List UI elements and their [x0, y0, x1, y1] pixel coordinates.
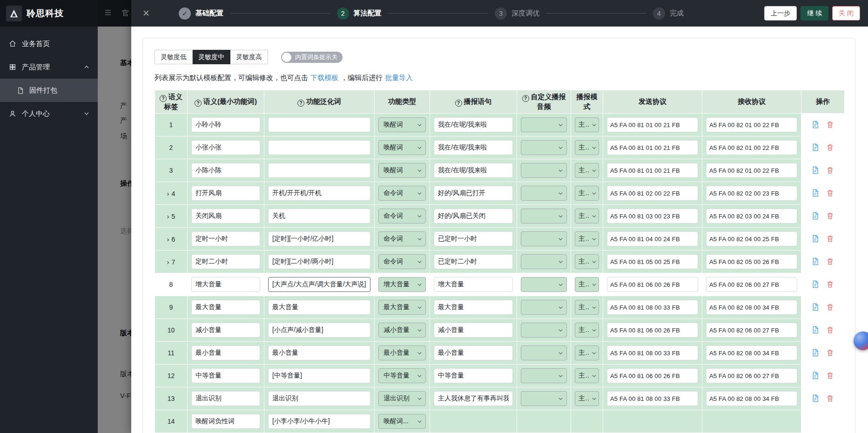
send-protocol-input[interactable]	[607, 140, 698, 155]
generalization-input[interactable]	[268, 186, 370, 201]
send-protocol-input[interactable]	[607, 117, 698, 132]
semantic-word-input[interactable]	[191, 277, 260, 292]
recv-protocol-input[interactable]	[706, 163, 797, 178]
send-protocol-input[interactable]	[607, 277, 698, 292]
sensitivity-low-button[interactable]: 灵敏度低	[155, 50, 193, 64]
generalization-input[interactable]	[268, 117, 370, 132]
broadcast-text-input[interactable]	[434, 140, 513, 155]
sensitivity-high-button[interactable]: 灵敏度高	[230, 50, 268, 64]
generalization-input[interactable]	[268, 414, 370, 429]
delete-row-icon[interactable]	[826, 349, 834, 357]
function-type-select[interactable]: 唤醒词	[378, 163, 426, 178]
continue-button[interactable]: 继 续	[801, 6, 828, 20]
broadcast-text-input[interactable]	[434, 231, 513, 246]
generalization-input[interactable]	[268, 209, 370, 223]
delete-row-icon[interactable]	[826, 166, 834, 175]
semantic-word-input[interactable]	[191, 117, 260, 132]
send-protocol-input[interactable]	[607, 368, 698, 383]
broadcast-mode-select[interactable]: 主...	[575, 391, 599, 406]
previous-step-button[interactable]: 上一步	[764, 6, 797, 20]
generalization-input[interactable]	[268, 323, 370, 338]
broadcast-mode-select[interactable]: 主...	[575, 117, 599, 132]
send-protocol-input[interactable]	[607, 231, 698, 246]
function-type-select[interactable]: 最小音量	[378, 345, 426, 360]
expand-row-icon[interactable]: ›	[167, 189, 169, 197]
function-type-select[interactable]: 最大音量	[378, 300, 426, 315]
function-type-select[interactable]: 唤醒词	[378, 117, 426, 132]
export-file-icon[interactable]	[811, 394, 820, 403]
expand-row-icon[interactable]: ›	[167, 212, 169, 220]
generalization-input[interactable]	[268, 277, 370, 292]
expand-row-icon[interactable]: ›	[167, 258, 169, 266]
semantic-word-input[interactable]	[191, 345, 260, 360]
send-protocol-input[interactable]	[607, 323, 698, 338]
recv-protocol-input[interactable]	[706, 323, 797, 338]
semantic-word-input[interactable]	[191, 300, 260, 315]
semantic-word-input[interactable]	[191, 368, 260, 383]
function-type-select[interactable]: 增大音量	[378, 277, 426, 292]
generalization-input[interactable]	[268, 368, 370, 383]
broadcast-mode-select[interactable]: 主...	[575, 300, 599, 315]
recv-protocol-input[interactable]	[706, 140, 797, 155]
broadcast-mode-select[interactable]: 主...	[575, 140, 599, 155]
download-template-link[interactable]: 下载模板	[310, 74, 338, 81]
semantic-word-input[interactable]	[191, 140, 260, 155]
recv-protocol-input[interactable]	[706, 277, 797, 292]
sidebar-item-products[interactable]: 产品管理	[0, 55, 98, 79]
custom-audio-select[interactable]	[521, 391, 567, 406]
broadcast-mode-select[interactable]: 主...	[575, 163, 599, 178]
function-type-select[interactable]: 退出识别	[378, 391, 426, 406]
broadcast-text-input[interactable]	[434, 345, 513, 360]
broadcast-text-input[interactable]	[434, 368, 513, 383]
function-type-select[interactable]: 唤醒词...	[378, 414, 426, 429]
broadcast-mode-select[interactable]: 主...	[575, 209, 599, 223]
export-file-icon[interactable]	[811, 121, 820, 129]
export-file-icon[interactable]	[811, 303, 820, 311]
function-type-select[interactable]: 命令词	[378, 209, 426, 223]
sensitivity-medium-button[interactable]: 灵敏度中	[193, 50, 230, 64]
custom-audio-select[interactable]	[521, 231, 567, 246]
semantic-word-input[interactable]	[191, 231, 260, 246]
broadcast-text-input[interactable]	[434, 186, 513, 201]
delete-row-icon[interactable]	[826, 326, 834, 334]
generalization-input[interactable]	[268, 163, 370, 178]
broadcast-mode-select[interactable]: 主...	[575, 277, 599, 292]
delete-row-icon[interactable]	[826, 143, 834, 152]
generalization-input[interactable]	[268, 345, 370, 360]
export-file-icon[interactable]	[811, 143, 820, 152]
recv-protocol-input[interactable]	[706, 254, 797, 269]
broadcast-mode-select[interactable]: 主...	[575, 186, 599, 201]
delete-row-icon[interactable]	[826, 372, 834, 380]
delete-row-icon[interactable]	[826, 257, 834, 266]
semantic-word-input[interactable]	[191, 391, 260, 406]
function-type-select[interactable]: 命令词	[378, 254, 426, 269]
custom-audio-select[interactable]	[521, 117, 567, 132]
delete-row-icon[interactable]	[826, 394, 834, 403]
export-file-icon[interactable]	[811, 212, 820, 220]
delete-row-icon[interactable]	[826, 121, 834, 129]
recv-protocol-input[interactable]	[706, 368, 797, 383]
sidebar-item-home[interactable]: 业务首页	[0, 32, 98, 55]
broadcast-mode-select[interactable]: 主...	[575, 323, 599, 338]
batch-import-link[interactable]: 批量导入	[385, 74, 413, 81]
broadcast-mode-select[interactable]: 主...	[575, 254, 599, 269]
semantic-word-input[interactable]	[191, 254, 260, 269]
sidebar-item-firmware[interactable]: 固件打包	[0, 79, 98, 102]
expand-row-icon[interactable]: ›	[167, 235, 169, 243]
delete-row-icon[interactable]	[826, 189, 834, 197]
custom-audio-select[interactable]	[521, 368, 567, 383]
semantic-word-input[interactable]	[191, 163, 260, 178]
export-file-icon[interactable]	[811, 326, 820, 334]
function-type-select[interactable]: 中等音量	[378, 368, 426, 383]
export-file-icon[interactable]	[811, 235, 820, 243]
custom-audio-select[interactable]	[521, 140, 567, 155]
broadcast-mode-select[interactable]: 主...	[575, 345, 599, 360]
recv-protocol-input[interactable]	[706, 209, 797, 223]
custom-audio-select[interactable]	[521, 163, 567, 178]
broadcast-mode-select[interactable]: 主...	[575, 368, 599, 383]
custom-audio-select[interactable]	[521, 323, 567, 338]
delete-row-icon[interactable]	[826, 235, 834, 243]
custom-audio-select[interactable]	[521, 300, 567, 315]
delete-row-icon[interactable]	[826, 303, 834, 311]
send-protocol-input[interactable]	[607, 254, 698, 269]
